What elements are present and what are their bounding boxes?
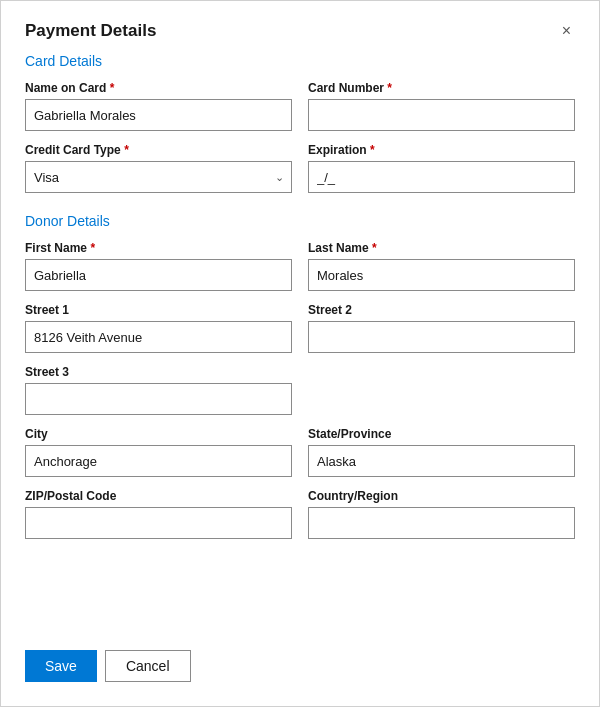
street2-group: Street 2 bbox=[308, 303, 575, 353]
last-name-group: Last Name * bbox=[308, 241, 575, 291]
last-name-label: Last Name * bbox=[308, 241, 575, 255]
card-details-section: Card Details Name on Card * Card Number … bbox=[25, 53, 575, 205]
country-region-group: Country/Region bbox=[308, 489, 575, 539]
street1-group: Street 1 bbox=[25, 303, 292, 353]
last-name-required-star: * bbox=[372, 241, 377, 255]
close-button[interactable]: × bbox=[558, 21, 575, 41]
card-number-input[interactable] bbox=[308, 99, 575, 131]
dialog-title: Payment Details bbox=[25, 21, 156, 41]
expiration-label: Expiration * bbox=[308, 143, 575, 157]
name-on-card-input[interactable] bbox=[25, 99, 292, 131]
name-on-card-label: Name on Card * bbox=[25, 81, 292, 95]
street1-input[interactable] bbox=[25, 321, 292, 353]
state-province-label: State/Province bbox=[308, 427, 575, 441]
save-button[interactable]: Save bbox=[25, 650, 97, 682]
name-on-card-group: Name on Card * bbox=[25, 81, 292, 131]
zip-postal-label: ZIP/Postal Code bbox=[25, 489, 292, 503]
card-section-title: Card Details bbox=[25, 53, 575, 69]
name-required-star: * bbox=[110, 81, 115, 95]
first-name-group: First Name * bbox=[25, 241, 292, 291]
credit-card-type-group: Credit Card Type * Visa MasterCard Ameri… bbox=[25, 143, 292, 193]
credit-card-type-wrapper: Visa MasterCard American Express Discove… bbox=[25, 161, 292, 193]
donor-row-3: Street 3 bbox=[25, 365, 575, 415]
donor-row-1: First Name * Last Name * bbox=[25, 241, 575, 291]
donor-section-title: Donor Details bbox=[25, 213, 575, 229]
cancel-button[interactable]: Cancel bbox=[105, 650, 191, 682]
country-region-label: Country/Region bbox=[308, 489, 575, 503]
zip-postal-input[interactable] bbox=[25, 507, 292, 539]
city-label: City bbox=[25, 427, 292, 441]
zip-postal-group: ZIP/Postal Code bbox=[25, 489, 292, 539]
donor-row-5: ZIP/Postal Code Country/Region bbox=[25, 489, 575, 539]
street3-label: Street 3 bbox=[25, 365, 292, 379]
street3-group: Street 3 bbox=[25, 365, 292, 415]
street2-input[interactable] bbox=[308, 321, 575, 353]
first-name-label: First Name * bbox=[25, 241, 292, 255]
card-number-label: Card Number * bbox=[308, 81, 575, 95]
state-province-input[interactable] bbox=[308, 445, 575, 477]
city-input[interactable] bbox=[25, 445, 292, 477]
street2-label: Street 2 bbox=[308, 303, 575, 317]
card-row-2: Credit Card Type * Visa MasterCard Ameri… bbox=[25, 143, 575, 193]
state-province-group: State/Province bbox=[308, 427, 575, 477]
credit-card-type-required-star: * bbox=[124, 143, 129, 157]
city-group: City bbox=[25, 427, 292, 477]
last-name-input[interactable] bbox=[308, 259, 575, 291]
first-name-input[interactable] bbox=[25, 259, 292, 291]
card-number-group: Card Number * bbox=[308, 81, 575, 131]
payment-details-dialog: Payment Details × Card Details Name on C… bbox=[0, 0, 600, 707]
credit-card-type-label: Credit Card Type * bbox=[25, 143, 292, 157]
card-number-required-star: * bbox=[387, 81, 392, 95]
donor-row-4: City State/Province bbox=[25, 427, 575, 477]
street1-label: Street 1 bbox=[25, 303, 292, 317]
dialog-header: Payment Details × bbox=[25, 21, 575, 41]
expiration-required-star: * bbox=[370, 143, 375, 157]
card-row-1: Name on Card * Card Number * bbox=[25, 81, 575, 131]
expiration-input[interactable] bbox=[308, 161, 575, 193]
expiration-group: Expiration * bbox=[308, 143, 575, 193]
dialog-footer: Save Cancel bbox=[25, 630, 575, 682]
street3-placeholder-group bbox=[308, 365, 575, 415]
country-region-input[interactable] bbox=[308, 507, 575, 539]
first-name-required-star: * bbox=[90, 241, 95, 255]
donor-details-section: Donor Details First Name * Last Name * S… bbox=[25, 213, 575, 551]
street3-input[interactable] bbox=[25, 383, 292, 415]
donor-row-2: Street 1 Street 2 bbox=[25, 303, 575, 353]
credit-card-type-select[interactable]: Visa MasterCard American Express Discove… bbox=[25, 161, 292, 193]
